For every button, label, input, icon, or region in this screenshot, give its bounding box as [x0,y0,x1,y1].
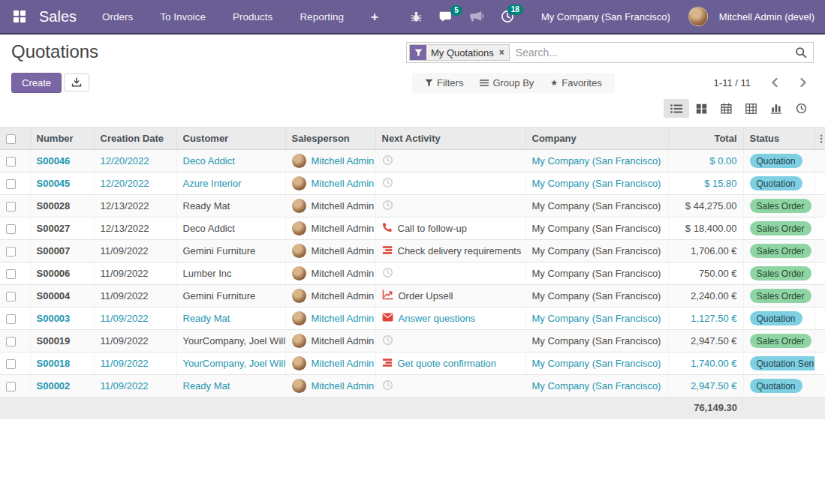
clock-icon[interactable] [382,154,393,168]
column-header-customer[interactable]: Customer [176,128,285,150]
export-button[interactable] [64,74,89,92]
create-button[interactable]: Create [11,73,62,93]
optional-columns-icon[interactable]: ⋮ [814,128,825,150]
row-select-cell[interactable] [0,285,30,308]
apps-menu-icon[interactable] [11,8,29,26]
row-select-cell[interactable] [0,172,30,195]
favorites-button[interactable]: ★ Favorites [545,75,607,91]
pager-value: 1-11 / 11 [714,77,751,88]
view-activity-icon[interactable] [789,99,814,118]
row-select-cell[interactable] [0,375,30,398]
table-row[interactable]: S0002812/13/2022Ready MatMitchell AdminM… [0,195,825,218]
table-row[interactable]: S0000211/09/2022Ready MatMitchell AdminM… [0,375,825,398]
column-header-total[interactable]: Total [668,128,743,150]
row-select-cell[interactable] [0,240,30,262]
cell-salesperson: Mitchell Admin [285,240,375,262]
cell-options [814,172,825,195]
row-select-cell[interactable] [0,330,30,352]
view-calendar-icon[interactable] [714,99,739,118]
column-header-status[interactable]: Status [743,128,814,150]
clock-icon[interactable] [382,380,393,393]
row-checkbox[interactable] [6,157,16,166]
column-header-salesperson[interactable]: Salesperson [285,128,375,150]
row-checkbox[interactable] [6,202,16,212]
row-checkbox[interactable] [6,314,16,324]
row-checkbox[interactable] [6,179,16,189]
tasks-icon[interactable] [382,358,393,370]
nav-orders[interactable]: Orders [102,11,133,22]
user-menu[interactable]: Mitchell Admin (devel) [719,11,814,22]
row-checkbox[interactable] [6,337,16,346]
view-kanban-icon[interactable] [689,99,714,118]
company-switcher[interactable]: My Company (San Francisco) [541,11,670,22]
row-select-cell[interactable] [0,308,30,330]
row-select-cell[interactable] [0,195,30,218]
column-header-company[interactable]: Company [525,128,668,150]
cell-status: Sales Order [743,195,814,218]
column-header-number[interactable]: Number [30,128,94,150]
clock-icon[interactable] [382,200,393,213]
search-icon[interactable] [793,45,808,60]
pager-previous-button[interactable] [764,76,785,89]
pager-next-button[interactable] [793,76,814,89]
view-list-icon[interactable] [664,99,689,118]
nav-reporting[interactable]: Reporting [300,11,344,22]
activities-icon[interactable]: 18 [495,6,520,27]
search-facet[interactable]: My Quotations × [409,44,510,61]
table-row[interactable]: S0000411/09/2022Gemini FurnitureMitchell… [0,285,825,308]
table-row[interactable]: S0001911/09/2022YourCompany, Joel Willis… [0,330,825,352]
row-checkbox[interactable] [6,224,16,234]
table-row[interactable]: S0002712/13/2022Deco AddictMitchell Admi… [0,218,825,240]
table-row[interactable]: S0000711/09/2022Gemini FurnitureMitchell… [0,240,825,262]
search-bar[interactable]: My Quotations × [406,42,814,63]
messages-icon[interactable]: 5 [433,7,459,27]
row-select-cell[interactable] [0,218,30,240]
cell-creation-date: 12/20/2022 [94,172,176,195]
clock-icon[interactable] [382,334,393,348]
view-graph-icon[interactable] [763,99,789,118]
mail-icon[interactable] [382,313,393,324]
filters-button[interactable]: Filters [420,75,468,91]
column-header-creation-date[interactable]: Creation Date [94,128,176,150]
close-icon[interactable]: × [498,45,509,60]
row-checkbox[interactable] [6,247,16,256]
announcement-icon[interactable] [464,7,490,27]
status-badge: Sales Order [750,289,811,303]
nav-to-invoice[interactable]: To Invoice [160,11,206,22]
cell-customer: Deco Addict [176,150,285,172]
view-pivot-icon[interactable] [739,99,763,118]
avatar[interactable] [688,7,708,26]
row-checkbox[interactable] [6,382,16,392]
table-row[interactable]: S0000611/09/2022Lumber IncMitchell Admin… [0,262,825,285]
phone-icon[interactable] [382,222,393,235]
select-all-checkbox[interactable] [0,128,30,150]
row-checkbox[interactable] [6,292,16,302]
debug-icon[interactable] [404,7,429,27]
row-select-cell[interactable] [0,262,30,285]
cell-options [814,218,825,240]
row-select-cell[interactable] [0,352,30,375]
cell-creation-date: 11/09/2022 [94,285,176,308]
app-brand[interactable]: Sales [39,8,77,26]
clock-icon[interactable] [382,177,393,190]
table-row[interactable]: S0001811/09/2022YourCompany, Joel Willis… [0,352,825,375]
table-row[interactable]: S0004612/20/2022Deco AddictMitchell Admi… [0,150,825,172]
chevron-left-icon [770,77,779,88]
row-checkbox[interactable] [6,269,16,279]
table-row[interactable]: S0004512/20/2022Azure InteriorMitchell A… [0,172,825,195]
cell-options [814,195,825,218]
search-input[interactable] [510,46,793,58]
column-header-next-activity[interactable]: Next Activity [375,128,525,150]
cell-number: S00007 [30,240,94,262]
chart-icon[interactable] [382,290,393,302]
add-menu-button[interactable]: + [371,10,378,23]
tasks-icon[interactable] [382,245,393,257]
row-checkbox[interactable] [6,359,16,369]
row-select-cell[interactable] [0,150,30,172]
nav-products[interactable]: Products [233,11,272,22]
cell-salesperson: Mitchell Admin [285,150,375,172]
table-row[interactable]: S0000311/09/2022Ready MatMitchell AdminA… [0,308,825,330]
group-by-button[interactable]: Group By [474,75,539,91]
clock-icon[interactable] [382,267,393,280]
cell-creation-date: 11/09/2022 [94,330,176,352]
